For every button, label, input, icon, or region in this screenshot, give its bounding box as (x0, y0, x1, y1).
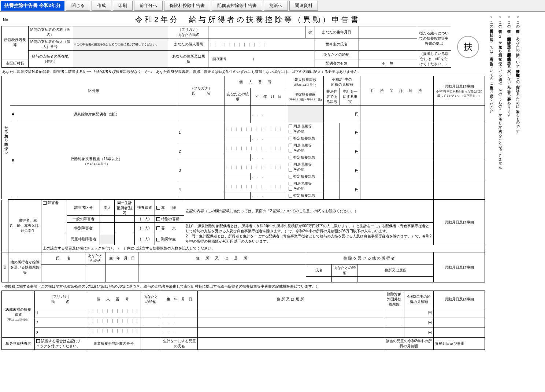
d-other-addr-input[interactable] (357, 277, 434, 282)
b3-name-input[interactable]: 3 (177, 161, 225, 180)
b2-mynumber-input[interactable]: | | | | | | | | | | | | (225, 142, 287, 154)
ds-doitsu[interactable] (115, 223, 135, 234)
b3-cohabit-cb[interactable] (289, 163, 292, 166)
attachment-button[interactable]: 別紙へ (264, 1, 288, 11)
rt2-birth[interactable]: . . . (161, 318, 198, 328)
d-other-rel-input[interactable] (332, 277, 357, 282)
rt3-birth[interactable]: . . . (161, 328, 198, 338)
b3-other-cb[interactable] (289, 168, 292, 171)
rt2-addr[interactable] (198, 318, 384, 328)
b2-address-input[interactable] (360, 142, 434, 161)
dc-fuyou[interactable]: ( 人) (135, 234, 155, 245)
b3-birth-input[interactable]: . . . (251, 173, 287, 180)
rt1-rel[interactable] (141, 308, 161, 318)
child-name-input[interactable] (198, 338, 384, 350)
disabled-cb[interactable] (43, 201, 47, 205)
your-number-input[interactable]: | | | | | | | | | | | | (208, 38, 315, 51)
your-address-input[interactable]: （郵便番号 ） (208, 51, 315, 68)
b1-birth-input[interactable]: . . . (251, 135, 287, 142)
prev-year-button[interactable]: 前年分へ (134, 1, 163, 11)
b4-mynumber-input[interactable]: | | | | | | | | | | | | (225, 180, 287, 192)
ds-honnin[interactable] (100, 223, 115, 234)
rt3-num[interactable]: | | | | | | | | | | | | (86, 328, 141, 338)
rt2-rel[interactable] (141, 318, 161, 328)
b4-income-input[interactable]: 円 (340, 180, 360, 199)
b4-address-input[interactable] (360, 180, 434, 199)
b1-income-input[interactable]: 円 (340, 123, 360, 142)
a-address-input[interactable] (360, 106, 434, 123)
b1-change-input[interactable] (434, 123, 485, 142)
d-rel-input[interactable] (85, 265, 105, 282)
dc-doitsu[interactable] (115, 234, 135, 245)
rt1-num[interactable]: | | | | | | | | | | | | (86, 308, 141, 318)
d-name-input[interactable] (41, 265, 85, 282)
b2-rel-input[interactable] (225, 154, 251, 161)
b2-cohabit-cb[interactable] (289, 144, 292, 147)
b4-change-input[interactable] (434, 180, 485, 199)
d-addr-input[interactable] (138, 265, 306, 282)
b3-rel-input[interactable] (225, 173, 251, 180)
b2-name-input[interactable]: 2 (177, 142, 225, 161)
b1-name-input[interactable]: 1 (177, 123, 225, 142)
b4-special-cb[interactable] (289, 194, 292, 197)
rt1-birth[interactable]: . . . (161, 308, 198, 318)
b3-special-cb[interactable] (289, 175, 292, 178)
rt1-inc[interactable]: 円 (404, 308, 434, 318)
dg-fuyou[interactable]: ( 人) (135, 216, 155, 223)
b1-rel-input[interactable] (225, 135, 251, 142)
birth-input[interactable] (359, 26, 417, 38)
b2-change-input[interactable] (434, 142, 485, 161)
insurance-button[interactable]: 保険料控除申告書 (164, 1, 210, 11)
ds-fuyou[interactable]: ( 人) (135, 223, 155, 234)
payer-name-input[interactable] (72, 26, 169, 38)
single-parent-cb[interactable] (36, 339, 40, 343)
a-birth-input[interactable]: . . . (251, 106, 287, 123)
b2-special-cb[interactable] (289, 156, 292, 159)
b4-birth-input[interactable]: . . . (251, 192, 287, 199)
rt2-inc[interactable]: 円 (404, 318, 434, 328)
dg-doitsu[interactable] (115, 216, 135, 223)
related-button[interactable]: 関連資料 (289, 1, 318, 11)
b4-other-cb[interactable] (289, 187, 292, 191)
rt2-num[interactable]: | | | | | | | | | | | | (86, 318, 141, 328)
b3-address-input[interactable] (360, 161, 434, 180)
a-rel-input[interactable] (225, 106, 251, 123)
rt1-addr[interactable] (198, 308, 384, 318)
rt1-chg[interactable] (434, 308, 485, 318)
print-button[interactable]: 印刷 (113, 1, 133, 11)
b1-mynumber-input[interactable]: | | | | | | | | | | | | (225, 123, 287, 135)
b1-address-input[interactable] (360, 123, 434, 142)
b1-other-cb[interactable] (289, 130, 292, 133)
spouse-button[interactable]: 配偶者控除等申告書 (212, 1, 262, 11)
b2-income-input[interactable]: 円 (340, 142, 360, 161)
rt1-nonres[interactable] (384, 308, 404, 318)
rt3-addr[interactable] (198, 328, 384, 338)
b1-special-cb[interactable] (289, 137, 292, 140)
cert-input[interactable] (141, 338, 161, 350)
b2-other-cb[interactable] (289, 149, 292, 152)
relation-input[interactable] (359, 51, 417, 59)
b2-nonres-input[interactable] (324, 142, 340, 161)
householder-input[interactable] (359, 38, 417, 51)
rt2-chg[interactable] (434, 318, 485, 328)
widow-special-cb[interactable] (156, 217, 160, 221)
d-other-name-input[interactable] (306, 277, 332, 282)
rt2-nonres[interactable] (384, 318, 404, 328)
your-name-input[interactable] (208, 26, 305, 38)
b1-cohabit-cb[interactable] (289, 125, 292, 128)
b3-nonres-input[interactable] (324, 161, 340, 180)
rt2-name[interactable]: 2 (35, 318, 86, 328)
rt3-nonres[interactable] (384, 328, 404, 338)
b3-change-input[interactable] (434, 161, 485, 180)
close-button[interactable]: 閉じる (66, 1, 90, 11)
rt1-name[interactable]: 1 (35, 308, 86, 318)
rt3-chg[interactable] (434, 328, 485, 338)
rt3-inc[interactable]: 円 (404, 328, 434, 338)
widow-cb[interactable] (156, 206, 160, 210)
b4-rel-input[interactable] (225, 192, 251, 199)
d-birth-input[interactable] (105, 265, 138, 282)
rt3-rel[interactable] (141, 328, 161, 338)
b1-nonres-input[interactable] (324, 123, 340, 142)
a-change-input[interactable] (434, 106, 485, 123)
spouse-exist-input[interactable]: 有 無 (359, 59, 417, 68)
